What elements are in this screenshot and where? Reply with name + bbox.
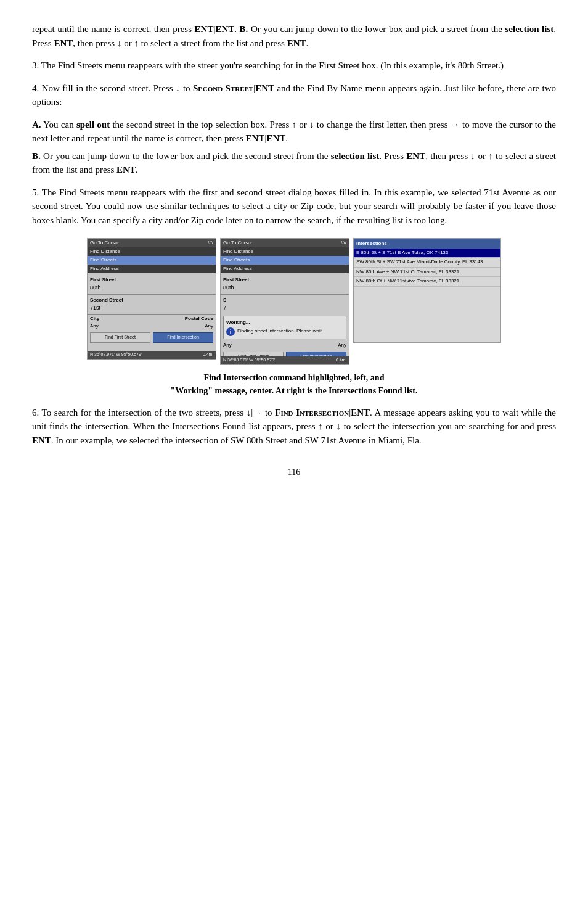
p5-text: 5. The Find Streets menu reappears with … — [32, 187, 556, 225]
left-title-bar: Go To Cursor //// — [88, 239, 216, 247]
left-find-first-btn[interactable]: Find First Street — [90, 332, 150, 343]
page-content: repeat until the name is correct, then p… — [32, 22, 556, 479]
paragraph-a: A. You can spell out the second street i… — [32, 118, 556, 146]
pb-sel: selection list — [331, 151, 379, 161]
left-title-slash: //// — [208, 239, 213, 247]
p6-start: 6. To search for the intersection of the… — [32, 408, 275, 417]
left-city-label: City — [90, 315, 99, 323]
intersection-item-1[interactable]: SW 80th St + SW 71st Ave Miami-Dade Coun… — [354, 258, 500, 267]
right-panel: Intersections E 80th St + S 71st E Ave T… — [353, 238, 501, 343]
center-panel: Go To Cursor //// Find Distance Find Str… — [220, 238, 349, 365]
left-postal-label: Postal Code — [185, 315, 213, 323]
p6-ent2: ENT — [32, 435, 51, 445]
center-status-bar: N 36°08.971' W 95°50.579' 0.4mi — [221, 356, 349, 364]
paragraph-3: 3. The Find Streets menu reappears with … — [32, 59, 556, 73]
pb-label: B. — [32, 151, 41, 161]
left-first-street-label: First Street — [88, 275, 216, 284]
pa-rest: the second street in the top selection b… — [32, 120, 556, 144]
p1-key2: ENT — [215, 24, 234, 34]
left-first-street-value: 80th — [88, 284, 216, 294]
center-working-title: Working... — [226, 319, 343, 326]
screenshots-area: Go To Cursor //// Find Distance Find Str… — [32, 238, 556, 365]
left-second-street-value: 71st — [88, 304, 216, 314]
p1-rest: Or you can jump down to the lower box an… — [248, 24, 505, 34]
pa-ent2: ENT — [266, 133, 285, 143]
left-title: Go To Cursor — [90, 239, 119, 247]
caption: Find Intersection command highlighted, l… — [32, 371, 556, 397]
p1-mid: . — [234, 24, 239, 34]
intersection-item-0[interactable]: E 80th St + S 71st E Ave Tulsa, OK 74133 — [354, 249, 500, 258]
p1-ent: ENT — [54, 38, 73, 48]
left-dist: 0.4mi — [203, 352, 213, 358]
left-btn-row: Find First Street Find Intersection — [88, 330, 216, 345]
pa-text: You can — [41, 120, 76, 130]
center-menu-find-address: Find Address — [221, 265, 349, 273]
paragraph-6: 6. To search for the intersection of the… — [32, 406, 556, 448]
intersection-item-3[interactable]: NW 80th Ct + NW 71st Ave Tamarac, FL 333… — [354, 277, 500, 286]
left-menu-find-distance: Find Distance — [88, 247, 216, 256]
p1-sel: selection list — [505, 24, 554, 34]
p3-sc: Second Street — [193, 83, 253, 93]
pa-end: . — [285, 133, 288, 143]
pb-rest2: . Press — [379, 151, 406, 161]
right-title: Intersections — [354, 239, 500, 249]
center-title-bar: Go To Cursor //// — [221, 239, 349, 247]
pb-end: . — [136, 165, 138, 175]
left-city-values: Any Any — [88, 323, 216, 330]
center-second-street-label: S — [221, 295, 349, 304]
pa-label: A. — [32, 120, 41, 130]
paragraph-5: 5. The Find Streets menu reappears with … — [32, 186, 556, 228]
left-status-bar: N 36°08.971' W 95°50.579' 0.4mi — [88, 351, 216, 359]
pb-ent: ENT — [406, 151, 425, 161]
left-panel: Go To Cursor //// Find Distance Find Str… — [87, 238, 216, 360]
center-second-street-value: 7 — [221, 304, 349, 314]
center-any1: Any — [223, 342, 232, 349]
center-menu-find-distance: Find Distance — [221, 247, 349, 256]
left-city-value: Any — [90, 323, 99, 330]
left-second-street-label: Second Street — [88, 295, 216, 304]
p2-text: 3. The Find Streets menu reappears with … — [32, 60, 504, 70]
pb-rest: Or you can jump down to the lower box an… — [41, 151, 331, 161]
paragraph-b: B. Or you can jump down to the lower box… — [32, 149, 556, 177]
left-find-intersection-btn[interactable]: Find Intersection — [153, 332, 213, 343]
pa-spell: spell out — [76, 120, 110, 130]
pa-ent1: ENT — [246, 133, 265, 143]
p3-ent: ENT — [255, 83, 274, 93]
p3-start: 4. Now fill in the second street. Press … — [32, 83, 193, 93]
caption-line2: "Working" message, center. At right is t… — [32, 384, 556, 397]
center-title: Go To Cursor — [223, 239, 252, 247]
p6-rest2: . In our example, we selected the inters… — [51, 435, 422, 445]
p6-sc: Find Intersection — [275, 408, 349, 417]
paragraph-4: 4. Now fill in the second street. Press … — [32, 81, 556, 109]
center-first-street-label: First Street — [221, 275, 349, 284]
intersection-item-2[interactable]: NW 80th Ave + NW 71st Ct Tamarac, FL 333… — [354, 268, 500, 277]
p1-rest3: , then press ↓ or ↑ to select a street f… — [73, 38, 287, 48]
p1-ent2: ENT — [287, 38, 306, 48]
info-icon: i — [226, 327, 235, 336]
p1-b: B. — [240, 24, 248, 34]
center-coords: N 36°08.971' W 95°50.579' — [223, 357, 275, 364]
left-menu-find-streets[interactable]: Find Streets — [88, 256, 216, 265]
center-menu-find-streets[interactable]: Find Streets — [221, 256, 349, 265]
p1-end: . — [306, 38, 309, 48]
center-title-slash: //// — [341, 239, 346, 247]
p1-key1: ENT — [195, 24, 214, 34]
left-postal-value: Any — [205, 323, 213, 330]
paragraph-1: repeat until the name is correct, then p… — [32, 22, 556, 50]
page-number: 116 — [32, 466, 556, 479]
caption-line1: Find Intersection command highlighted, l… — [32, 371, 556, 384]
left-city-row: City Postal Code — [88, 315, 216, 323]
p1-text: repeat until the name is correct, then p… — [32, 24, 195, 34]
p6-ent: ENT — [351, 408, 370, 417]
center-dist: 0.4mi — [336, 357, 346, 364]
left-menu-find-address: Find Address — [88, 265, 216, 273]
center-working-icon-row: i Finding street intersection. Please wa… — [226, 327, 343, 336]
center-working-msg: Finding street intersection. Please wait… — [237, 327, 323, 335]
center-first-street-value: 80th — [221, 284, 349, 294]
center-working-box: Working... i Finding street intersection… — [223, 316, 346, 339]
pb-ent2: ENT — [116, 165, 136, 175]
left-coords: N 36°08.971' W 95°50.579' — [90, 352, 142, 358]
center-city-row: Any Any — [221, 342, 349, 349]
center-any2: Any — [338, 342, 346, 349]
